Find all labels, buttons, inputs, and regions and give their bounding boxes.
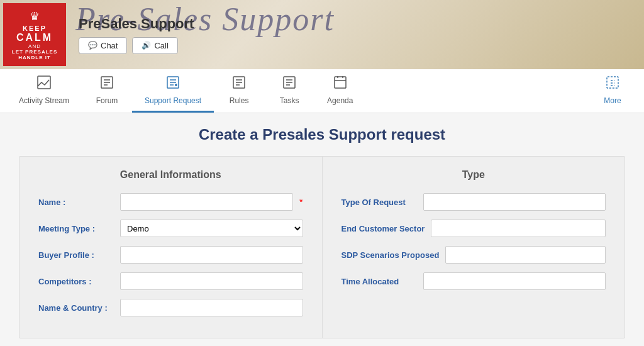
name-row: Name : * xyxy=(38,193,303,211)
type-of-request-label: Type Of Request xyxy=(341,198,417,207)
chat-icon: 💬 xyxy=(88,41,97,50)
logo-and: AND xyxy=(28,43,41,49)
header-right: PreSales Support 💬 Chat 🔊 Call xyxy=(69,9,203,60)
nav-item-more[interactable]: More xyxy=(587,69,638,113)
meeting-type-label: Meeting Type : xyxy=(38,224,114,233)
tasks-icon xyxy=(282,75,297,94)
buyer-profile-input[interactable] xyxy=(120,246,303,264)
name-label: Name : xyxy=(38,198,114,207)
buyer-profile-row: Buyer Profile : xyxy=(38,246,303,264)
end-customer-sector-label: End Customer Sector xyxy=(341,224,425,233)
time-allocated-input[interactable] xyxy=(423,272,606,290)
crown-icon: ♛ xyxy=(30,9,40,23)
buyer-profile-label: Buyer Profile : xyxy=(38,250,114,260)
name-input[interactable] xyxy=(120,193,293,211)
competitors-row: Competitors : xyxy=(38,272,303,290)
competitors-input[interactable] xyxy=(120,272,303,290)
header-banner: Pre-Sales Support ♛ KEEP CALM AND LET PR… xyxy=(0,0,644,69)
nav-item-tasks[interactable]: Tasks xyxy=(264,69,314,113)
nav-item-agenda[interactable]: Agenda xyxy=(314,69,365,113)
logo-keep: KEEP xyxy=(23,25,47,32)
competitors-label: Competitors : xyxy=(38,277,114,286)
chat-button[interactable]: 💬 Chat xyxy=(79,37,127,54)
logo-handle: HANDLE IT xyxy=(18,55,51,60)
support-request-label: Support Request xyxy=(145,96,201,105)
sdp-scenarios-row: SDP Scenarios Proposed xyxy=(341,246,606,264)
left-section-title: General Informations xyxy=(38,169,303,181)
nav-item-activity-stream[interactable]: Activity Stream xyxy=(6,69,82,113)
more-label: More xyxy=(604,96,621,105)
agenda-label: Agenda xyxy=(327,96,353,105)
form-left: General Informations Name : * Meeting Ty… xyxy=(19,157,323,338)
svg-rect-0 xyxy=(38,76,50,89)
nav-item-rules[interactable]: Rules xyxy=(214,69,264,113)
rules-label: Rules xyxy=(230,96,249,105)
page-title: Create a Presales Support request xyxy=(19,126,625,143)
nav-item-forum[interactable]: Forum xyxy=(82,69,132,113)
header-buttons: 💬 Chat 🔊 Call xyxy=(79,37,194,54)
required-star: * xyxy=(299,197,303,207)
activity-stream-icon xyxy=(36,75,52,94)
agenda-icon xyxy=(333,75,348,94)
svg-rect-22 xyxy=(607,77,618,88)
time-allocated-row: Time Allocated xyxy=(341,272,606,290)
support-request-icon xyxy=(165,75,180,94)
sdp-scenarios-input[interactable] xyxy=(445,246,606,264)
form-container: General Informations Name : * Meeting Ty… xyxy=(19,156,625,338)
meeting-type-select[interactable]: Demo Workshop Webinar Call xyxy=(120,220,303,237)
name-country-input[interactable] xyxy=(120,299,303,316)
forum-label: Forum xyxy=(96,96,118,105)
time-allocated-label: Time Allocated xyxy=(341,277,417,286)
svg-rect-18 xyxy=(335,77,346,88)
logo-box: ♛ KEEP CALM AND LET PRESALES HANDLE IT xyxy=(3,3,66,66)
call-button[interactable]: 🔊 Call xyxy=(132,37,177,54)
header-title: PreSales Support xyxy=(79,16,194,32)
svg-point-9 xyxy=(175,84,177,86)
type-of-request-input[interactable] xyxy=(423,193,606,211)
rules-icon xyxy=(231,75,247,94)
meeting-type-row: Meeting Type : Demo Workshop Webinar Cal… xyxy=(38,220,303,237)
call-icon: 🔊 xyxy=(142,41,151,50)
name-country-label: Name & Country : xyxy=(38,303,114,313)
logo-calm: CALM xyxy=(16,32,53,43)
form-right: Type Type Of Request End Customer Sector… xyxy=(323,157,625,338)
sdp-scenarios-label: SDP Scenarios Proposed xyxy=(341,250,440,260)
nav-bar: Activity Stream Forum Support Request xyxy=(0,69,644,113)
forum-icon xyxy=(99,75,114,94)
right-section-title: Type xyxy=(341,169,606,181)
nav-item-support-request[interactable]: Support Request xyxy=(132,69,214,113)
more-icon xyxy=(605,75,620,94)
type-of-request-row: Type Of Request xyxy=(341,193,606,211)
name-country-row: Name & Country : xyxy=(38,299,303,316)
main-content: Create a Presales Support request Genera… xyxy=(0,113,644,346)
end-customer-sector-input[interactable] xyxy=(431,220,606,237)
tasks-label: Tasks xyxy=(280,96,299,105)
logo-let: LET PRESALES xyxy=(12,49,57,55)
activity-stream-label: Activity Stream xyxy=(19,96,69,105)
end-customer-sector-row: End Customer Sector xyxy=(341,220,606,237)
